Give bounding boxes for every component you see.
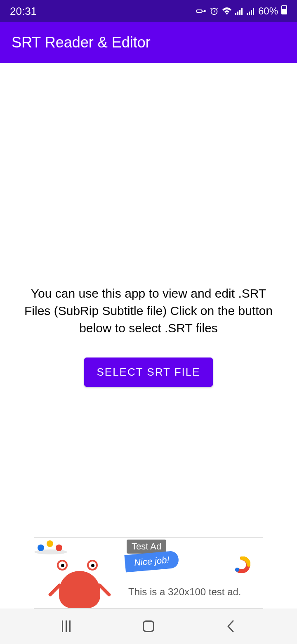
main-content: You can use this app to view and edit .S… xyxy=(0,63,297,608)
status-time: 20:31 xyxy=(10,5,37,18)
admob-logo-icon xyxy=(234,556,250,573)
svg-rect-4 xyxy=(239,10,240,15)
svg-rect-6 xyxy=(247,13,248,15)
ad-badge: Nice job! xyxy=(124,550,179,572)
svg-rect-8 xyxy=(251,10,252,15)
recent-icon xyxy=(62,620,71,632)
status-icons-right: 60% xyxy=(196,5,287,17)
back-icon xyxy=(227,620,235,632)
ad-content: Test Ad Nice job! This is a 320x100 test… xyxy=(125,538,263,608)
svg-rect-2 xyxy=(235,13,236,15)
signal-icon-1 xyxy=(235,7,243,15)
alarm-icon xyxy=(210,7,219,16)
battery-icon xyxy=(281,5,287,17)
wifi-icon xyxy=(222,7,232,15)
svg-rect-7 xyxy=(249,12,250,15)
select-srt-button[interactable]: SELECT SRT FILE xyxy=(84,358,212,387)
ad-label: Test Ad xyxy=(127,540,166,554)
nav-home-button[interactable] xyxy=(140,618,157,635)
signal-icon-2 xyxy=(247,7,255,15)
svg-rect-0 xyxy=(196,10,202,12)
svg-point-10 xyxy=(235,568,239,572)
ad-banner[interactable]: Test Ad Nice job! This is a 320x100 test… xyxy=(34,537,263,608)
svg-rect-5 xyxy=(241,8,243,15)
battery-text: 60% xyxy=(258,5,278,17)
app-bar: SRT Reader & Editor xyxy=(0,22,297,63)
status-bar: 20:31 60% xyxy=(0,0,297,22)
description-text: You can use this app to view and edit .S… xyxy=(16,285,280,337)
nav-recent-button[interactable] xyxy=(58,618,74,635)
navigation-bar xyxy=(0,608,297,644)
app-title: SRT Reader & Editor xyxy=(12,34,151,51)
svg-rect-3 xyxy=(237,12,238,15)
ad-text: This is a 320x100 test ad. xyxy=(128,586,241,598)
ad-mascot-icon xyxy=(34,537,125,608)
nav-back-button[interactable] xyxy=(223,618,239,635)
home-icon xyxy=(143,620,154,632)
svg-rect-9 xyxy=(253,8,254,15)
vpn-icon xyxy=(196,8,206,14)
